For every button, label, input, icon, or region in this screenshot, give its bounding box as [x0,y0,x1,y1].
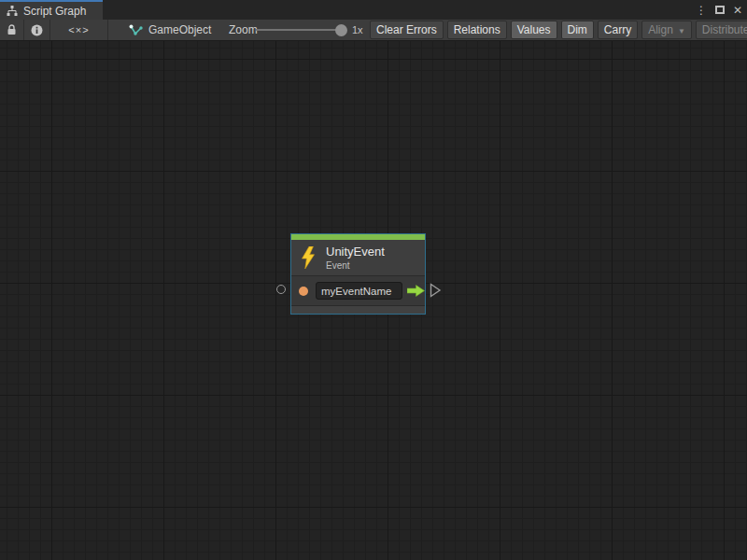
trigger-arrow-icon [407,285,425,297]
node-footer [291,305,425,314]
graph-canvas[interactable]: UnityEvent Event [0,41,747,560]
distribute-dropdown-button: Distribute▼ [696,21,747,39]
title-bar: Script Graph ⋮ ✕ [0,0,747,20]
trigger-output-port[interactable] [430,283,442,298]
clear-errors-button[interactable]: Clear Errors [370,21,444,39]
zoom-value: 1x [352,20,363,40]
zoom-slider-knob[interactable] [335,24,347,36]
graph-target[interactable]: GameObject [129,20,211,40]
window-controls: ⋮ ✕ [696,0,742,20]
code-brackets-icon: <×> [68,24,89,35]
node-port-row [291,275,425,305]
maximize-icon[interactable] [715,6,725,14]
edit-graph-button[interactable]: <×> [50,20,108,40]
script-graph-icon [7,6,18,16]
lock-button[interactable] [0,20,24,40]
node-subtitle: Event [326,260,385,271]
event-name-port-dot[interactable] [299,287,308,296]
node-title: UnityEvent [326,245,385,259]
graph-target-label: GameObject [148,23,211,36]
unity-event-node[interactable]: UnityEvent Event [290,233,426,315]
graph-toolbar: <×> GameObject Zoom 1x Clear Errors Rela… [0,20,747,41]
tab-label: Script Graph [23,5,86,18]
event-name-field[interactable] [316,282,402,300]
node-header: UnityEvent Event [291,240,425,275]
close-icon[interactable]: ✕ [733,5,742,16]
lightning-bolt-icon [301,246,316,269]
tab-script-graph[interactable]: Script Graph [0,0,103,20]
values-toggle-button[interactable]: Values [511,21,557,39]
info-button[interactable] [24,20,50,40]
carry-button[interactable]: Carry [598,21,638,39]
value-input-port[interactable] [276,285,286,294]
info-icon [31,24,43,36]
zoom-label: Zoom [229,20,258,40]
toolbar-buttons: Clear Errors Relations Values Dim Carry … [370,21,747,39]
zoom-slider-track[interactable] [256,29,340,31]
lock-icon [7,24,17,35]
menu-icon[interactable]: ⋮ [696,5,707,16]
chevron-down-icon: ▼ [678,27,685,35]
gameobject-graph-icon [129,24,143,36]
dim-toggle-button[interactable]: Dim [561,21,594,39]
relations-button[interactable]: Relations [447,21,507,39]
align-dropdown-button: Align▼ [641,21,692,39]
